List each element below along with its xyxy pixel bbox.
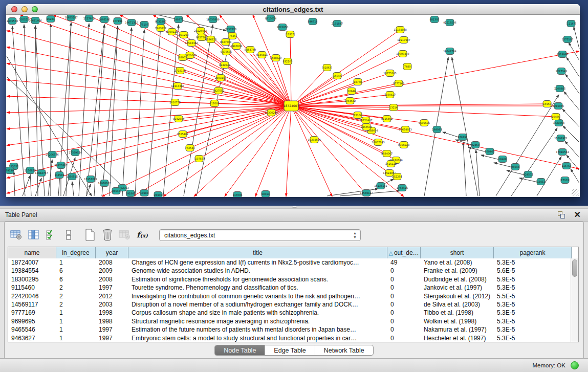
graph-node[interactable]: 114519 <box>54 172 64 179</box>
graph-node[interactable]: 18775165 <box>383 70 396 77</box>
graph-node[interactable]: 94643 <box>112 188 120 194</box>
graph-node[interactable]: 8960128 <box>166 29 178 35</box>
graph-node[interactable]: 98903 <box>179 54 187 61</box>
graph-node[interactable]: 10466 <box>552 114 560 120</box>
graph-node[interactable]: 9329966 <box>557 51 568 58</box>
graph-node[interactable]: 19384554 <box>308 137 320 143</box>
tab-edge-table[interactable]: Edge Table <box>265 345 315 355</box>
graph-node[interactable]: 9031807 <box>155 18 166 25</box>
graph-node[interactable]: 20691406 <box>29 17 41 24</box>
graph-node[interactable]: 17103 <box>561 177 569 184</box>
graph-node[interactable]: 9465546 <box>361 124 372 130</box>
graph-node[interactable]: 832203 <box>282 58 292 65</box>
graph-node[interactable]: 1615122 <box>385 161 397 167</box>
new-table-icon[interactable] <box>82 228 98 242</box>
graph-node[interactable]: 16231 <box>47 16 55 23</box>
table-row[interactable]: 977716911998Corpus callosum shape and si… <box>8 309 578 317</box>
graph-node[interactable]: 891293 <box>179 32 188 38</box>
graph-node[interactable]: 16671355 <box>125 19 138 26</box>
graph-node[interactable]: 23226058 <box>194 28 207 34</box>
graph-node[interactable]: 8454749 <box>245 47 256 53</box>
graph-node[interactable]: 11154808 <box>394 27 406 33</box>
graph-node[interactable]: 8813054 <box>265 15 276 22</box>
graph-node[interactable]: 15958 <box>543 101 551 107</box>
graph-node[interactable]: 7963822 <box>155 25 166 32</box>
graph-node[interactable]: 2967608 <box>231 43 242 50</box>
graph-node[interactable]: 18778 <box>354 79 362 85</box>
table-row[interactable]: 946362711997Embryonic stem cells: a mode… <box>8 334 578 342</box>
graph-node[interactable]: 117006 <box>232 192 242 198</box>
graph-node[interactable]: 17359924 <box>69 149 81 156</box>
select-columns-icon[interactable] <box>43 228 59 242</box>
table-settings-icon[interactable] <box>9 228 24 242</box>
graph-node[interactable]: 39139 <box>6 167 14 174</box>
graph-node[interactable]: 9146821 <box>256 52 268 58</box>
graph-node[interactable]: 9475685 <box>221 49 232 55</box>
graph-node[interactable]: 18988 <box>140 190 148 196</box>
graph-node[interactable]: 116753 <box>561 163 571 169</box>
graph-node[interactable]: 20206576 <box>46 151 58 158</box>
graph-node[interactable]: 8215955 <box>553 103 564 110</box>
table-row[interactable]: 1456911722003Disruption of a novel membe… <box>8 300 578 309</box>
graph-node[interactable]: 1810755 <box>169 99 181 106</box>
graph-node[interactable]: 164093 <box>432 126 442 133</box>
graph-node[interactable]: 107191 <box>113 18 122 25</box>
graph-node[interactable]: 7546 <box>228 33 236 39</box>
column-header-name[interactable]: name <box>8 247 56 258</box>
graph-node[interactable]: 18724007 <box>284 101 299 111</box>
graph-node[interactable]: 249371 <box>173 16 183 23</box>
network-canvas[interactable]: 2405572205525206914061623110655287152760… <box>6 15 580 197</box>
graph-node[interactable]: 16958107 <box>98 180 111 187</box>
graph-node[interactable]: 191847 <box>125 190 135 197</box>
graph-node[interactable]: 9227343 <box>556 68 567 75</box>
graph-node[interactable]: 9466160 <box>99 16 110 23</box>
graph-node[interactable]: 1753426 <box>397 185 408 191</box>
graph-node[interactable]: 9221850 <box>277 24 288 31</box>
table-selector-dropdown[interactable]: citations_edges.txt ▲▼ <box>159 229 361 241</box>
graph-node[interactable]: 205525 <box>19 16 29 23</box>
graph-node[interactable]: 16648784 <box>443 48 456 55</box>
column-header-title[interactable]: title <box>128 247 387 258</box>
graph-node[interactable]: 16543382 <box>185 40 198 47</box>
graph-node[interactable]: 2405572 <box>7 18 18 25</box>
graph-node[interactable]: 92450 <box>471 142 480 148</box>
function-builder-icon[interactable]: f(x) <box>135 228 150 242</box>
graph-node[interactable]: 1527602 <box>83 15 95 22</box>
table-row[interactable]: 911546021997Tourette syndrome. Phenomeno… <box>8 283 578 292</box>
table-row[interactable]: 1872400712008Changes of HCN gene express… <box>8 258 578 267</box>
column-header-out_de[interactable]: △out_de… <box>387 247 421 258</box>
graph-node[interactable]: 75107 <box>140 21 148 28</box>
graph-node[interactable]: 92218506 <box>443 19 456 26</box>
graph-node[interactable]: 9884067 <box>381 150 393 157</box>
graph-node[interactable]: 7857223 <box>225 26 236 33</box>
graph-node[interactable]: 1575107 <box>562 36 573 43</box>
graph-node[interactable]: 7525402 <box>177 131 188 138</box>
graph-node[interactable]: 2803144 <box>215 75 226 81</box>
tab-network-table[interactable]: Network Table <box>315 345 373 355</box>
splitter-handle-icon[interactable] <box>292 206 297 208</box>
graph-node[interactable]: 15692971 <box>554 135 567 142</box>
graph-node[interactable]: 11167 <box>567 20 575 27</box>
graph-node[interactable]: 252254 <box>392 173 402 180</box>
graph-node[interactable]: 13216 <box>389 104 398 111</box>
table-row[interactable]: 2242004622012Investigating the contribut… <box>8 292 578 300</box>
graph-node[interactable]: 18807243 <box>372 139 384 146</box>
graph-node[interactable]: 81863 <box>323 64 331 71</box>
graph-node[interactable]: 763544 <box>185 145 194 151</box>
graph-node[interactable]: 10755 <box>195 156 203 162</box>
network-window-titlebar[interactable]: citations_edges.txt <box>6 4 580 15</box>
graph-node[interactable]: 7480 <box>403 63 411 70</box>
graph-node[interactable]: 98314 <box>262 191 270 198</box>
table-row[interactable]: 969969511998Structural magnetic resonanc… <box>8 317 578 325</box>
graph-node[interactable]: 846616 <box>308 18 317 25</box>
graph-node[interactable]: 9115462 <box>381 116 393 122</box>
table-row[interactable]: 946554611997Estimation of the future num… <box>8 325 578 334</box>
graph-node[interactable]: 924502 <box>523 171 533 178</box>
vertical-scrollbar[interactable] <box>571 258 578 342</box>
graph-node[interactable]: 8427552 <box>213 87 224 94</box>
graph-node[interactable]: 2191847 <box>332 20 343 27</box>
graph-node[interactable]: 13325 <box>286 31 294 38</box>
float-panel-icon[interactable] <box>558 211 565 219</box>
graph-node[interactable]: 16033809 <box>206 16 219 23</box>
graph-node[interactable]: 9242848 <box>219 62 230 69</box>
